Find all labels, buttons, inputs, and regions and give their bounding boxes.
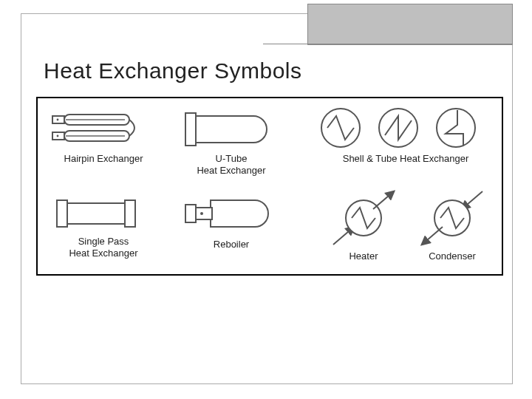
heater-label: Heater: [323, 250, 404, 262]
symbol-shell-tube-exchanger: Shell & Tube Heat Exchanger: [317, 104, 494, 165]
shell-tube-label: Shell & Tube Heat Exchanger: [317, 153, 494, 165]
single-pass-label: Single PassHeat Exchanger: [48, 236, 159, 260]
hairpin-icon: [48, 106, 144, 153]
symbol-utube-exchanger: U-TubeHeat Exchanger: [172, 106, 290, 177]
symbols-diagram: Hairpin Exchanger U-TubeHeat Exchanger: [36, 97, 503, 276]
condenser-label: Condenser: [412, 250, 493, 262]
svg-rect-13: [57, 200, 67, 227]
svg-rect-8: [185, 113, 196, 146]
svg-point-6: [57, 119, 59, 121]
slide-frame: Heat Exchanger Symbols: [21, 13, 513, 384]
symbol-reboiler: Reboiler: [172, 193, 290, 250]
heater-icon: [323, 187, 404, 255]
page-title: Heat Exchanger Symbols: [44, 58, 302, 83]
reboiler-label: Reboiler: [172, 239, 290, 250]
svg-point-7: [57, 135, 59, 137]
svg-rect-14: [125, 200, 135, 227]
shell-tube-icon: [317, 104, 484, 153]
utube-label: U-TubeHeat Exchanger: [172, 153, 290, 177]
svg-line-20: [373, 191, 394, 209]
symbol-heater: Heater: [323, 187, 404, 262]
hairpin-label: Hairpin Exchanger: [48, 153, 159, 165]
svg-line-23: [422, 227, 443, 245]
svg-rect-16: [185, 205, 196, 222]
symbol-hairpin-exchanger: Hairpin Exchanger: [48, 106, 159, 165]
header-accent-block: [307, 4, 513, 45]
utube-icon: [172, 106, 276, 153]
condenser-icon: [412, 187, 493, 255]
reboiler-icon: [172, 193, 276, 239]
svg-point-17: [200, 212, 203, 215]
symbol-condenser: Condenser: [412, 187, 493, 262]
single-pass-icon: [48, 193, 144, 236]
svg-point-11: [437, 109, 475, 147]
svg-rect-12: [66, 203, 126, 224]
header-underline: [263, 44, 513, 44]
symbol-single-pass-exchanger: Single PassHeat Exchanger: [48, 193, 159, 260]
